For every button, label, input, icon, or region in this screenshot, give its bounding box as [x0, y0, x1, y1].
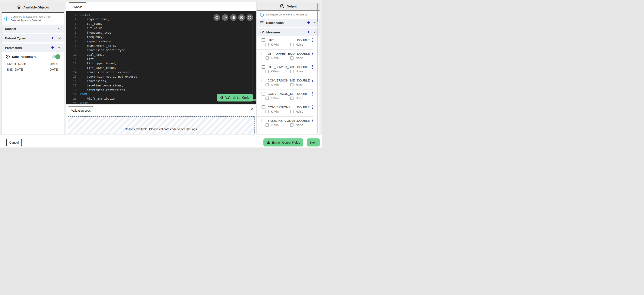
code-text: frequency_type,	[80, 30, 113, 35]
line-number: 15	[69, 74, 76, 79]
next-button[interactable]: Next	[307, 138, 320, 146]
kmin-label: K-Min	[271, 70, 279, 73]
code-line: 18 attributed_conversions	[66, 88, 256, 92]
history-icon[interactable]	[214, 14, 220, 21]
kmin-checkbox[interactable]	[266, 56, 269, 60]
chevron-up-icon[interactable]	[58, 46, 61, 49]
measure-type: DOUBLE	[297, 119, 310, 122]
noise-checkbox[interactable]	[290, 110, 294, 113]
code-text: conversion_metric_not_exposed,	[80, 74, 139, 79]
measure-checkbox[interactable]	[262, 78, 265, 82]
kebab-menu-icon[interactable]	[312, 78, 314, 82]
kmin-checkbox[interactable]	[266, 43, 269, 46]
parameter-row[interactable]: END_DATEDATE	[2, 66, 64, 72]
toggle-knob	[55, 54, 60, 59]
kmin-checkbox[interactable]	[266, 96, 269, 100]
noise-checkbox[interactable]	[290, 70, 294, 73]
chevron-down-icon[interactable]	[314, 22, 317, 24]
code-text: goal_name,	[80, 52, 104, 57]
parameter-row[interactable]: START_DATEDATE	[2, 61, 64, 66]
chevron-down-icon[interactable]	[58, 28, 61, 30]
parameter-type: DATE	[50, 68, 58, 71]
kmin-checkbox[interactable]	[266, 70, 269, 73]
noise-checkbox[interactable]	[290, 96, 294, 100]
code-text: cut_type,	[80, 22, 102, 26]
code-text: lift_upper_bound,	[80, 61, 116, 66]
validate-code-button[interactable]: Validate Code	[217, 94, 253, 102]
kmin-checkbox[interactable]	[266, 83, 269, 86]
code-line: 4 cut_value,	[66, 26, 256, 30]
measure-checkbox[interactable]	[262, 119, 265, 122]
code-line: 6 frequency,	[66, 35, 256, 39]
code-editor[interactable]: 1SELECT2 segment_name,3 cut_type,4 cut_v…	[66, 11, 256, 104]
measure-checkbox[interactable]	[262, 65, 265, 69]
noise-checkbox[interactable]	[290, 83, 294, 86]
numbered-list-icon[interactable]: 1 2 3	[230, 14, 236, 21]
kmin-checkbox[interactable]	[266, 123, 269, 127]
section-dimensions[interactable]: Dimensions +	[257, 19, 320, 26]
next-label: Next	[310, 141, 316, 144]
measure-name: CONVERSION_ME...	[268, 78, 297, 82]
code-text: segment_name,	[80, 17, 109, 22]
cancel-button[interactable]: Cancel	[6, 139, 22, 146]
measure-item: LIFT_LOWER_BOU...DOUBLEK-MinNoise	[257, 63, 313, 76]
kebab-menu-icon[interactable]	[312, 92, 314, 96]
code-text: measurement_date,	[80, 44, 116, 48]
noise-checkbox[interactable]	[290, 56, 294, 60]
cancel-label: Cancel	[9, 141, 18, 144]
measure-checkbox[interactable]	[262, 106, 265, 109]
noise-label: Noise	[296, 83, 303, 86]
add-dataset-type-button[interactable]: +	[51, 36, 54, 40]
line-number: 1	[69, 13, 76, 17]
line-number: 8	[69, 44, 76, 48]
editor-scrollbar-thumb[interactable]	[253, 99, 256, 101]
measure-checkbox[interactable]	[262, 92, 265, 96]
kebab-menu-icon[interactable]	[312, 105, 314, 109]
measure-checkbox[interactable]	[262, 52, 265, 55]
output-header: Output	[257, 2, 320, 10]
section-dataset[interactable]: Dataset	[2, 24, 64, 33]
output-panel: Output Configure Dimensions & Measures D…	[257, 2, 320, 134]
date-parameters-label: Date Parameters	[12, 55, 50, 58]
line-number: 19	[69, 92, 76, 96]
section-dataset-types[interactable]: Dataset Types +	[2, 34, 64, 42]
measure-type: DOUBLE	[297, 52, 310, 55]
code-line: 7 report_cadence,	[66, 39, 256, 44]
brightness-icon[interactable]	[238, 14, 245, 21]
kmin-label: K-Min	[271, 123, 279, 127]
extract-output-fields-button[interactable]: Extract Output Fields	[264, 138, 303, 146]
measure-type: DOUBLE	[297, 92, 310, 96]
kmin-checkbox[interactable]	[266, 110, 269, 113]
kebab-menu-icon[interactable]	[312, 64, 314, 69]
close-icon[interactable]: ✕	[251, 107, 254, 110]
measure-type: DOUBLE	[297, 106, 310, 109]
add-parameter-button[interactable]: +	[51, 46, 54, 50]
line-number: 12	[69, 61, 76, 66]
kebab-menu-icon[interactable]	[312, 38, 314, 42]
measure-checkbox[interactable]	[262, 38, 265, 42]
date-parameters-toggle[interactable]	[52, 55, 60, 58]
tab-validation-logs[interactable]: Validation Logs	[68, 106, 94, 114]
tab-hybrid[interactable]: Hybrid*	[69, 2, 86, 11]
kebab-menu-icon[interactable]	[312, 51, 314, 56]
chevron-down-icon[interactable]	[58, 37, 61, 39]
noise-checkbox[interactable]	[290, 123, 294, 127]
add-dimension-button[interactable]: +	[307, 21, 310, 24]
magic-wand-icon[interactable]	[222, 14, 228, 21]
chevron-up-icon[interactable]	[314, 31, 317, 33]
section-measures[interactable]: Measures +	[257, 28, 320, 36]
output-scrollbar-track[interactable]	[317, 3, 318, 134]
section-parameters-label: Parameters	[5, 46, 51, 50]
output-scrollbar-thumb[interactable]	[317, 4, 318, 22]
kebab-menu-icon[interactable]	[312, 118, 314, 123]
layers-diamond-icon	[17, 5, 21, 10]
section-dataset-label: Dataset	[5, 27, 58, 30]
info-icon	[4, 16, 9, 21]
measure-name: LIFT_UPPER_BOU...	[268, 52, 297, 55]
date-parameters-list: START_DATEDATEEND_DATEDATE	[2, 61, 64, 72]
measure-item: CONVERSION_ME...DOUBLEK-MinNoise	[257, 76, 313, 90]
section-parameters[interactable]: Parameters +	[2, 44, 64, 52]
fullscreen-icon[interactable]	[246, 14, 253, 21]
add-measure-button[interactable]: +	[307, 30, 310, 34]
noise-checkbox[interactable]	[290, 43, 294, 46]
